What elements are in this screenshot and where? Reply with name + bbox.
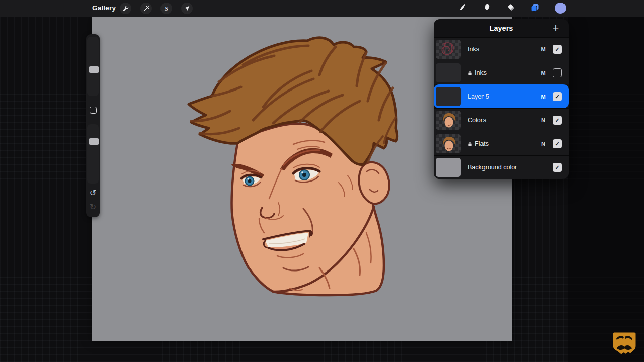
- erase-tool-button[interactable]: [506, 3, 516, 14]
- layer-name: Colors: [468, 117, 486, 124]
- layer-thumbnail: [436, 111, 461, 130]
- paint-tool-button[interactable]: [456, 3, 467, 14]
- gallery-button[interactable]: Gallery: [92, 4, 116, 12]
- bearded-face-logo: [611, 330, 638, 356]
- color-swatch[interactable]: [555, 3, 566, 14]
- blend-mode-badge[interactable]: M: [540, 70, 546, 76]
- layers-panel-header: Layers +: [434, 19, 569, 37]
- layer-thumbnail: [436, 40, 461, 59]
- undo-button[interactable]: ↺: [86, 189, 100, 197]
- visibility-checkbox[interactable]: ✓: [553, 92, 562, 101]
- redo-button[interactable]: ↻: [86, 203, 100, 211]
- smudge-tool-button[interactable]: [481, 3, 492, 14]
- layer-row-background-color[interactable]: Background color ✓: [434, 155, 569, 179]
- adjustments-button[interactable]: [140, 3, 152, 14]
- layer-row-inks-2[interactable]: Inks M✓: [434, 61, 569, 84]
- actions-button[interactable]: [120, 3, 131, 14]
- magic-wand-icon: [143, 5, 150, 12]
- visibility-checkbox[interactable]: ✓: [553, 45, 562, 54]
- modify-button[interactable]: [90, 107, 97, 114]
- visibility-checkbox[interactable]: ✓: [553, 139, 562, 148]
- add-layer-button[interactable]: +: [549, 22, 562, 35]
- visibility-checkbox[interactable]: ✓: [553, 116, 562, 125]
- blend-mode-badge[interactable]: M: [540, 46, 546, 52]
- layers-panel-button[interactable]: [529, 3, 540, 14]
- opacity-slider[interactable]: [87, 124, 99, 184]
- layer-row-colors[interactable]: Colors N✓: [434, 108, 569, 132]
- visibility-checkbox[interactable]: ✓: [553, 68, 562, 77]
- lock-icon: [468, 141, 472, 147]
- layer-thumbnail: [436, 158, 461, 177]
- sidebar-toolbar: ↺ ↻: [86, 34, 100, 217]
- top-toolbar: Gallery S: [0, 0, 644, 17]
- eraser-icon: [507, 3, 516, 14]
- layers-icon: [530, 3, 540, 15]
- layer-name: Inks: [468, 46, 479, 53]
- layer-name: Layer 5: [468, 93, 489, 100]
- layer-thumbnail: [436, 87, 461, 106]
- transform-arrow-icon: [184, 5, 190, 12]
- blend-mode-badge[interactable]: N: [540, 141, 546, 147]
- opacity-handle[interactable]: [89, 138, 99, 145]
- wrench-icon: [122, 5, 129, 12]
- layer-name: Inks: [475, 69, 487, 76]
- blend-mode-badge[interactable]: N: [540, 117, 546, 123]
- selection-button[interactable]: S: [160, 3, 172, 14]
- layer-thumbnail: [436, 134, 461, 153]
- layers-panel-title: Layers: [490, 24, 513, 32]
- brush-icon: [457, 3, 466, 14]
- visibility-checkbox[interactable]: ✓: [553, 163, 562, 172]
- background-right-shade: [568, 0, 644, 362]
- layer-row-flats[interactable]: Flats N✓: [434, 132, 569, 155]
- transform-button[interactable]: [181, 3, 193, 14]
- smudge-icon: [482, 3, 491, 14]
- brush-size-handle[interactable]: [89, 66, 99, 73]
- brush-size-slider[interactable]: [87, 37, 99, 96]
- layer-name: Background color: [468, 164, 517, 171]
- selection-s-icon: S: [165, 5, 168, 13]
- layer-row-inks-1[interactable]: Inks M✓: [434, 37, 569, 61]
- layer-thumbnail: [436, 63, 461, 82]
- layer-row-layer-5[interactable]: Layer 5 M✓: [434, 84, 569, 108]
- layers-panel: Layers + Inks M✓ Inks M✓ Layer 5 M✓ Colo…: [434, 19, 569, 179]
- lock-icon: [468, 70, 472, 76]
- layer-name: Flats: [475, 140, 489, 147]
- blend-mode-badge[interactable]: M: [540, 94, 546, 100]
